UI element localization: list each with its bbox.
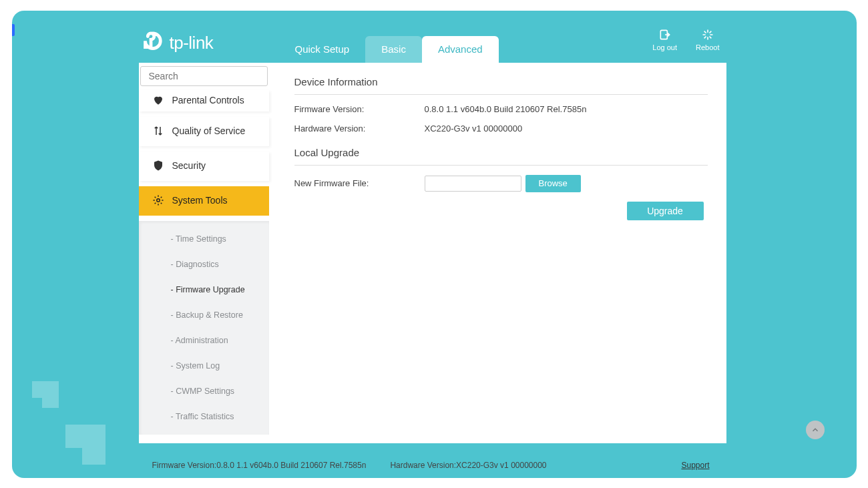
reboot-icon (701, 28, 714, 41)
heart-icon (152, 94, 164, 106)
firmware-version-label: Firmware Version: (294, 104, 425, 114)
footer-hardware: Hardware Version:XC220-G3v v1 00000000 (390, 461, 546, 470)
sidebar-item-label: System Tools (172, 195, 228, 206)
search-box[interactable] (140, 66, 268, 86)
svg-line-8 (709, 31, 711, 33)
svg-line-5 (704, 31, 706, 33)
chevron-up-icon (811, 425, 820, 435)
sub-traffic-statistics[interactable]: - Traffic Statistics (139, 404, 269, 429)
sub-time-settings[interactable]: - Time Settings (139, 226, 269, 252)
logout-label: Log out (652, 43, 677, 51)
browse-button[interactable]: Browse (525, 175, 581, 192)
header: tp-link Quick Setup Basic Advanced Log o… (139, 24, 726, 63)
svg-line-7 (704, 36, 706, 38)
tab-advanced[interactable]: Advanced (422, 36, 499, 63)
sidebar-item-label: Parental Controls (172, 95, 244, 105)
window-accent (12, 24, 15, 36)
firmware-file-input[interactable] (425, 176, 521, 192)
brand-logo: tp-link (139, 24, 279, 63)
sidebar-item-system-tools[interactable]: System Tools (139, 186, 269, 216)
sidebar-item-qos[interactable]: Quality of Service (139, 117, 269, 146)
logout-button[interactable]: Log out (652, 28, 677, 51)
footer-bar: Firmware Version:0.8.0 1.1 v604b.0 Build… (139, 453, 723, 478)
tab-quick-setup[interactable]: Quick Setup (279, 36, 366, 63)
svg-point-11 (156, 199, 160, 202)
reboot-label: Reboot (696, 43, 719, 51)
scroll-to-top-button[interactable] (806, 421, 825, 439)
search-input[interactable] (149, 71, 266, 81)
sub-system-log[interactable]: - System Log (139, 353, 269, 379)
sidebar-item-parental-controls[interactable]: Parental Controls (139, 90, 269, 111)
shield-icon (152, 160, 164, 172)
upgrade-button[interactable]: Upgrade (627, 202, 704, 220)
sub-backup-restore[interactable]: - Backup & Restore (139, 302, 269, 328)
gear-icon (152, 194, 164, 206)
logout-icon (658, 28, 672, 41)
sub-administration[interactable]: - Administration (139, 328, 269, 353)
sidebar-item-label: Quality of Service (172, 126, 246, 136)
section-local-upgrade: Local Upgrade (294, 147, 708, 166)
sidebar-submenu: - Time Settings - Diagnostics - Firmware… (139, 221, 269, 435)
footer-firmware: Firmware Version:0.8.0 1.1 v604b.0 Build… (152, 461, 367, 470)
tab-basic[interactable]: Basic (365, 36, 422, 63)
brand-text: tp-link (170, 33, 214, 53)
sidebar: Parental Controls Quality of Service Sec… (139, 63, 269, 443)
hardware-version-label: Hardware Version: (294, 124, 425, 134)
tplink-logo-icon (139, 31, 164, 56)
support-link[interactable]: Support (681, 461, 709, 470)
sub-cwmp-settings[interactable]: - CWMP Settings (139, 379, 269, 404)
section-device-info: Device Information (294, 76, 708, 95)
main-content: Device Information Firmware Version: 0.8… (269, 63, 726, 443)
firmware-version-value: 0.8.0 1.1 v604b.0 Build 210607 Rel.7585n (425, 104, 587, 114)
sidebar-item-label: Security (172, 160, 206, 171)
sub-firmware-upgrade[interactable]: - Firmware Upgrade (139, 277, 269, 302)
sub-diagnostics[interactable]: - Diagnostics (139, 252, 269, 277)
hardware-version-value: XC220-G3v v1 00000000 (425, 124, 523, 134)
bg-decoration (65, 425, 105, 465)
svg-line-6 (709, 36, 711, 38)
sidebar-item-security[interactable]: Security (139, 152, 269, 181)
top-tabs: Quick Setup Basic Advanced (279, 36, 499, 63)
new-firmware-file-label: New Firmware File: (294, 178, 425, 188)
updown-icon (152, 125, 164, 137)
bg-decoration (32, 381, 59, 408)
reboot-button[interactable]: Reboot (696, 28, 719, 51)
